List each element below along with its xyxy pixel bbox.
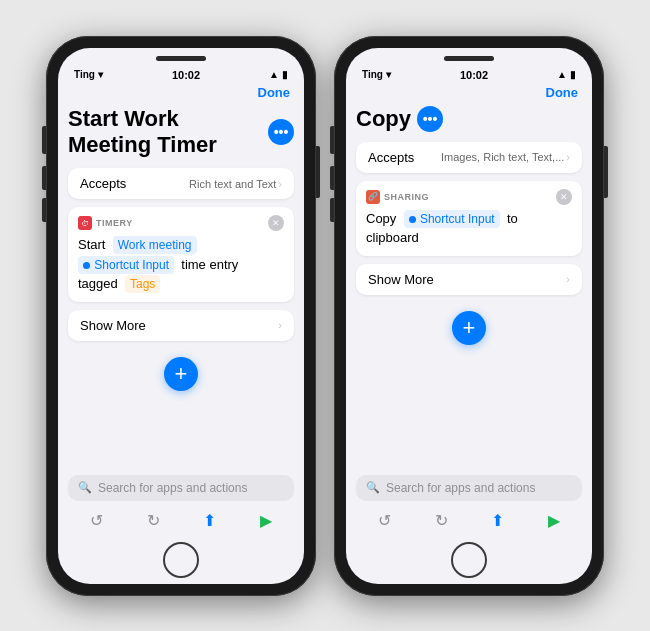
- accepts-card-2[interactable]: Accepts Images, Rich text, Text,... ›: [356, 142, 582, 173]
- bottom-section-1: 🔍 Search for apps and actions ↺ ↻ ⬆ ▶: [58, 475, 304, 540]
- action-body-1: Start Work meeting Shortcut Input time e…: [78, 235, 284, 294]
- body-mid-1: time entry: [181, 257, 238, 272]
- token-work-meeting[interactable]: Work meeting: [113, 236, 197, 254]
- signal-icon: ▲: [269, 69, 279, 80]
- search-icon-1: 🔍: [78, 481, 92, 494]
- add-btn-row-1: +: [68, 357, 294, 391]
- body-mid2-1: tagged: [78, 276, 118, 291]
- show-more-label-2: Show More: [368, 272, 434, 287]
- speaker-2: [444, 56, 494, 61]
- content-1: Start Work Meeting Timer ••• Accepts Ric…: [58, 106, 304, 475]
- ellipsis-icon-2: •••: [423, 111, 438, 127]
- undo-icon-2[interactable]: ↺: [378, 511, 391, 530]
- shortcut-input-label: Shortcut Input: [420, 212, 495, 226]
- home-button-1[interactable]: [163, 542, 199, 578]
- token-shortcut-input-1[interactable]: Shortcut Input: [78, 256, 174, 274]
- search-placeholder-1: Search for apps and actions: [98, 481, 247, 495]
- nav-bar-1: Done: [58, 83, 304, 106]
- action-body-2: Copy Shortcut Input to clipboard: [366, 209, 572, 248]
- play-icon-1[interactable]: ▶: [260, 511, 272, 530]
- system-icons-2: ▲ ▮: [557, 69, 576, 80]
- speaker: [156, 56, 206, 61]
- chevron-icon-1: ›: [278, 178, 282, 190]
- carrier-info-2: Ting ▾: [362, 69, 391, 80]
- search-icon-2: 🔍: [366, 481, 380, 494]
- more-button-2[interactable]: •••: [417, 106, 443, 132]
- clock: 10:02: [172, 69, 200, 81]
- more-button-1[interactable]: •••: [268, 119, 294, 145]
- battery-icon: ▮: [282, 69, 288, 80]
- action-header-2: 🔗 SHARING ✕: [366, 189, 572, 205]
- app-name-2: SHARING: [384, 192, 429, 202]
- wifi-icon: ▾: [98, 69, 103, 80]
- action-card-timery: ⏱ TIMERY ✕ Start Work meeting Shortcut I…: [68, 207, 294, 302]
- done-button-1[interactable]: Done: [258, 85, 291, 100]
- accepts-value-2: Images, Rich text, Text,... ›: [441, 151, 570, 163]
- content-2: Copy ••• Accepts Images, Rich text, Text…: [346, 106, 592, 475]
- accepts-text-2: Images, Rich text, Text,...: [441, 151, 564, 163]
- home-button-2[interactable]: [451, 542, 487, 578]
- phone-2: Ting ▾ 10:02 ▲ ▮ Done Copy •••: [334, 36, 604, 596]
- app-row-2: 🔗 SHARING: [366, 190, 429, 204]
- app-row-1: ⏱ TIMERY: [78, 216, 133, 230]
- done-button-2[interactable]: Done: [546, 85, 579, 100]
- clock-2: 10:02: [460, 69, 488, 81]
- ellipsis-icon-1: •••: [274, 124, 289, 140]
- carrier-info: Ting ▾: [74, 69, 103, 80]
- accepts-label-1: Accepts: [80, 176, 126, 191]
- show-more-chevron-2: ›: [566, 273, 570, 285]
- phone-1: Ting ▾ 10:02 ▲ ▮ Done Start Work Meeting…: [46, 36, 316, 596]
- sharing-icon: 🔗: [366, 190, 380, 204]
- search-placeholder-2: Search for apps and actions: [386, 481, 535, 495]
- page-title-2: Copy: [356, 106, 411, 132]
- toolbar-1: ↺ ↻ ⬆ ▶: [68, 509, 294, 534]
- undo-icon-1[interactable]: ↺: [90, 511, 103, 530]
- status-bar-1: Ting ▾ 10:02 ▲ ▮: [58, 65, 304, 83]
- timery-icon: ⏱: [78, 216, 92, 230]
- show-more-chevron-1: ›: [278, 319, 282, 331]
- add-button-2[interactable]: +: [452, 311, 486, 345]
- page-title-1: Start Work Meeting Timer: [68, 106, 262, 159]
- title-row-2: Copy •••: [356, 106, 582, 132]
- show-more-2[interactable]: Show More ›: [356, 264, 582, 295]
- bullet-icon-1: [83, 262, 90, 269]
- status-bar-2: Ting ▾ 10:02 ▲ ▮: [346, 65, 592, 83]
- body-start-1: Start: [78, 237, 105, 252]
- play-icon-2[interactable]: ▶: [548, 511, 560, 530]
- show-more-label-1: Show More: [80, 318, 146, 333]
- title-row-1: Start Work Meeting Timer •••: [68, 106, 294, 159]
- redo-icon-2[interactable]: ↻: [435, 511, 448, 530]
- carrier-name: Ting: [74, 69, 95, 80]
- carrier-name-2: Ting: [362, 69, 383, 80]
- token-shortcut-input-2[interactable]: Shortcut Input: [404, 210, 500, 228]
- redo-icon-1[interactable]: ↻: [147, 511, 160, 530]
- action-card-sharing: 🔗 SHARING ✕ Copy Shortcut Input to clipb…: [356, 181, 582, 256]
- show-more-1[interactable]: Show More ›: [68, 310, 294, 341]
- system-icons: ▲ ▮: [269, 69, 288, 80]
- share-icon-2[interactable]: ⬆: [491, 511, 504, 530]
- bullet-icon-2: [409, 216, 416, 223]
- accepts-value-1: Rich text and Text ›: [189, 178, 282, 190]
- search-bar-2[interactable]: 🔍 Search for apps and actions: [356, 475, 582, 501]
- scene: Ting ▾ 10:02 ▲ ▮ Done Start Work Meeting…: [26, 16, 624, 616]
- app-name-1: TIMERY: [96, 218, 133, 228]
- nav-bar-2: Done: [346, 83, 592, 106]
- token-tags[interactable]: Tags: [125, 275, 160, 293]
- bottom-section-2: 🔍 Search for apps and actions ↺ ↻ ⬆ ▶: [346, 475, 592, 540]
- body-start-2: Copy: [366, 211, 396, 226]
- battery-icon-2: ▮: [570, 69, 576, 80]
- toolbar-2: ↺ ↻ ⬆ ▶: [356, 509, 582, 534]
- search-bar-1[interactable]: 🔍 Search for apps and actions: [68, 475, 294, 501]
- close-action-2[interactable]: ✕: [556, 189, 572, 205]
- accepts-text-1: Rich text and Text: [189, 178, 276, 190]
- accepts-label-2: Accepts: [368, 150, 414, 165]
- chevron-icon-2: ›: [566, 151, 570, 163]
- action-header-1: ⏱ TIMERY ✕: [78, 215, 284, 231]
- add-btn-row-2: +: [356, 311, 582, 345]
- add-button-1[interactable]: +: [164, 357, 198, 391]
- close-action-1[interactable]: ✕: [268, 215, 284, 231]
- share-icon-1[interactable]: ⬆: [203, 511, 216, 530]
- wifi-icon-2: ▾: [386, 69, 391, 80]
- accepts-card-1[interactable]: Accepts Rich text and Text ›: [68, 168, 294, 199]
- signal-icon-2: ▲: [557, 69, 567, 80]
